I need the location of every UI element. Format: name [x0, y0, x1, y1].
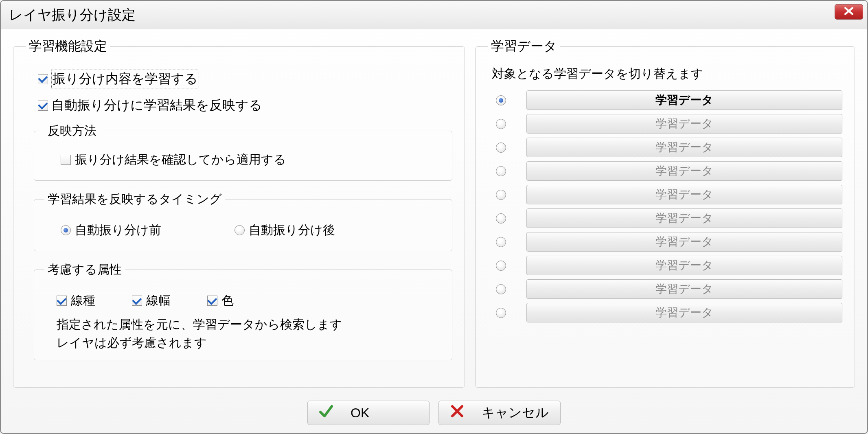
attributes-row: 線種 線幅 色 [57, 292, 442, 309]
learn-content-row: 振り分け内容を学習する [38, 70, 452, 88]
data-row: 学習データ [496, 114, 842, 134]
attr-color: 色 [207, 292, 234, 309]
data-button-6[interactable]: 学習データ [526, 232, 842, 252]
timing-radio-before[interactable] [61, 225, 71, 235]
learning-data-group: 学習データ 対象となる学習データを切り替えます 学習データ 学習データ 学習デー… [475, 37, 855, 388]
data-button-8[interactable]: 学習データ [526, 279, 842, 299]
data-button-5[interactable]: 学習データ [526, 208, 842, 228]
close-icon [844, 7, 854, 17]
reflect-result-row: 自動振り分けに学習結果を反映する [38, 96, 452, 114]
confirm-apply-row: 振り分け結果を確認してから適用する [61, 151, 442, 168]
data-row: 学習データ [496, 232, 842, 252]
right-panel: 学習データ 対象となる学習データを切り替えます 学習データ 学習データ 学習デー… [475, 37, 855, 395]
data-row: 学習データ [496, 185, 842, 204]
data-radio-5[interactable] [496, 213, 506, 224]
timing-option-before: 自動振り分け前 [61, 222, 161, 239]
reflect-result-label[interactable]: 自動振り分けに学習結果を反映する [51, 96, 262, 114]
data-radio-9[interactable] [496, 308, 506, 318]
check-icon [318, 403, 334, 423]
window-title: レイヤ振り分け設定 [9, 6, 136, 24]
attr-linewidth-checkbox[interactable] [132, 296, 142, 306]
left-panel: 学習機能設定 振り分け内容を学習する 自動振り分けに学習結果を反映する 反映方法… [13, 37, 465, 395]
data-button-9[interactable]: 学習データ [526, 303, 842, 322]
data-row: 学習データ [496, 90, 842, 110]
learning-data-list: 学習データ 学習データ 学習データ 学習データ [488, 90, 842, 322]
data-button-7[interactable]: 学習データ [526, 256, 842, 275]
cancel-button-label: キャンセル [482, 404, 549, 422]
attr-linetype: 線種 [57, 292, 95, 309]
timing-title: 学習結果を反映するタイミング [44, 191, 225, 208]
attr-linewidth-label[interactable]: 線幅 [146, 292, 171, 309]
learning-settings-title: 学習機能設定 [26, 37, 110, 55]
cross-icon [449, 403, 465, 423]
timing-option-after: 自動振り分け後 [235, 222, 335, 239]
data-row: 学習データ [496, 208, 842, 228]
reflect-method-title: 反映方法 [44, 123, 100, 139]
timing-label-after[interactable]: 自動振り分け後 [249, 222, 335, 239]
timing-label-before[interactable]: 自動振り分け前 [75, 222, 161, 239]
data-button-3[interactable]: 学習データ [526, 161, 842, 181]
attributes-title: 考慮する属性 [44, 261, 125, 278]
data-row: 学習データ [496, 161, 842, 181]
data-radio-7[interactable] [496, 261, 506, 271]
data-button-0[interactable]: 学習データ [526, 90, 842, 110]
timing-radio-row: 自動振り分け前 自動振り分け後 [61, 222, 442, 239]
data-radio-6[interactable] [496, 237, 506, 247]
dialog-window: レイヤ振り分け設定 学習機能設定 振り分け内容を学習する 自動振り分けに学習結果… [0, 0, 868, 434]
attr-linewidth: 線幅 [132, 292, 171, 309]
attr-color-label[interactable]: 色 [221, 292, 234, 309]
learn-content-checkbox[interactable] [38, 74, 48, 84]
learning-data-title: 学習データ [488, 37, 560, 55]
data-row: 学習データ [496, 279, 842, 299]
close-button[interactable] [835, 4, 863, 20]
data-button-4[interactable]: 学習データ [526, 185, 842, 204]
confirm-apply-label[interactable]: 振り分け結果を確認してから適用する [75, 151, 286, 168]
data-radio-8[interactable] [496, 284, 506, 294]
data-radio-0[interactable] [496, 95, 506, 105]
titlebar: レイヤ振り分け設定 [1, 1, 867, 29]
timing-group: 学習結果を反映するタイミング 自動振り分け前 自動振り分け後 [34, 191, 452, 251]
timing-radio-after[interactable] [235, 225, 245, 235]
ok-button-label: OK [351, 406, 369, 421]
confirm-apply-checkbox[interactable] [61, 155, 71, 165]
reflect-result-checkbox[interactable] [38, 101, 48, 111]
reflect-method-group: 反映方法 振り分け結果を確認してから適用する [34, 123, 452, 181]
attributes-group: 考慮する属性 線種 線幅 色 [34, 261, 452, 360]
button-bar: OK キャンセル [1, 397, 867, 429]
learn-content-label[interactable]: 振り分け内容を学習する [51, 70, 199, 88]
learning-settings-group: 学習機能設定 振り分け内容を学習する 自動振り分けに学習結果を反映する 反映方法… [13, 37, 465, 388]
attributes-help2: レイヤは必ず考慮されます [57, 333, 442, 352]
content-area: 学習機能設定 振り分け内容を学習する 自動振り分けに学習結果を反映する 反映方法… [1, 29, 867, 399]
data-radio-3[interactable] [496, 166, 506, 176]
ok-button[interactable]: OK [307, 401, 430, 425]
attributes-help1: 指定された属性を元に、学習データから検索します [57, 315, 442, 333]
data-button-1[interactable]: 学習データ [526, 114, 842, 134]
data-button-2[interactable]: 学習データ [526, 138, 842, 157]
data-row: 学習データ [496, 138, 842, 157]
data-radio-1[interactable] [496, 119, 506, 129]
data-radio-4[interactable] [496, 190, 506, 200]
cancel-button[interactable]: キャンセル [438, 401, 561, 425]
data-row: 学習データ [496, 256, 842, 275]
learning-data-description: 対象となる学習データを切り替えます [492, 66, 842, 82]
attr-color-checkbox[interactable] [207, 296, 217, 306]
data-radio-2[interactable] [496, 142, 506, 153]
attr-linetype-label[interactable]: 線種 [71, 292, 95, 309]
attr-linetype-checkbox[interactable] [57, 296, 67, 306]
data-row: 学習データ [496, 303, 842, 322]
